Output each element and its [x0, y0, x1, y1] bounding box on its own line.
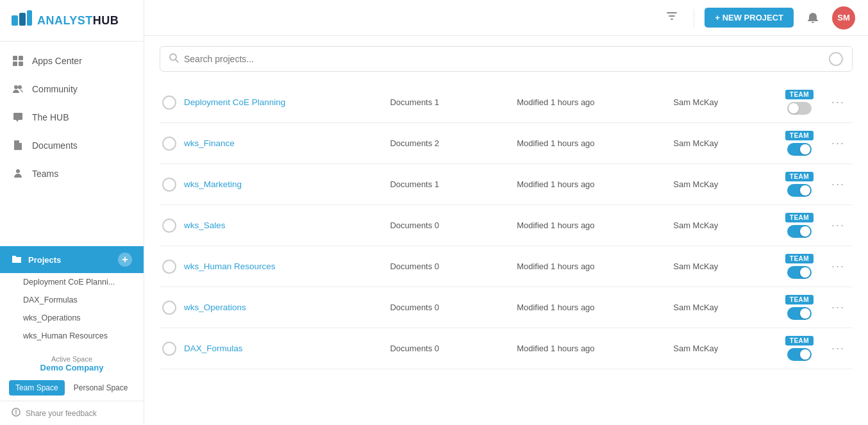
search-input[interactable]	[184, 54, 829, 64]
project-badge-toggle-5: TEAM	[780, 295, 819, 320]
project-name-6[interactable]: DAX_Formulas	[184, 344, 382, 353]
space-tabs: Team Space Personal Space	[0, 375, 144, 401]
project-docs-0: Documents 1	[390, 97, 509, 107]
project-modified-1: Modified 1 hours ago	[517, 138, 665, 148]
row-checkbox-6[interactable]	[162, 342, 176, 356]
sidebar-item-the-hub[interactable]: The HUB	[0, 103, 144, 131]
projects-section: Projects + Deployment CoE Planni... DAX_…	[0, 244, 144, 347]
search-bar	[160, 46, 853, 72]
project-badge-toggle-0: TEAM	[780, 90, 819, 115]
sub-project-2[interactable]: wks_Operations	[0, 309, 144, 327]
svg-point-7	[14, 85, 18, 89]
project-toggle-3[interactable]	[787, 225, 812, 238]
row-checkbox-1[interactable]	[162, 137, 176, 151]
sidebar-item-community[interactable]: Community	[0, 75, 144, 103]
project-more-1[interactable]: ···	[826, 134, 850, 153]
table-row: wks_Operations Documents 0 Modified 1 ho…	[160, 287, 853, 328]
project-owner-6: Sam McKay	[673, 344, 772, 353]
project-name-0[interactable]: Deployment CoE Planning	[184, 97, 382, 107]
project-toggle-0[interactable]	[787, 102, 812, 115]
svg-rect-5	[13, 62, 17, 66]
row-checkbox-3[interactable]	[162, 219, 176, 233]
project-docs-3: Documents 0	[390, 221, 509, 230]
project-more-0[interactable]: ···	[826, 93, 850, 112]
feedback-link[interactable]: Share your feedback	[0, 401, 144, 425]
svg-rect-6	[19, 62, 23, 66]
topbar-icons: + NEW PROJECT SM	[665, 6, 855, 29]
table-row: DAX_Formulas Documents 0 Modified 1 hour…	[160, 328, 853, 369]
table-row: wks_Sales Documents 0 Modified 1 hours a…	[160, 205, 853, 246]
divider	[694, 9, 694, 27]
table-row: Deployment CoE Planning Documents 1 Modi…	[160, 82, 853, 123]
table-row: wks_Marketing Documents 1 Modified 1 hou…	[160, 164, 853, 205]
project-owner-5: Sam McKay	[673, 303, 772, 312]
project-toggle-4[interactable]	[787, 266, 812, 279]
add-project-button[interactable]: +	[118, 253, 132, 267]
search-checkbox[interactable]	[829, 52, 843, 66]
project-more-4[interactable]: ···	[826, 257, 850, 276]
project-name-2[interactable]: wks_Marketing	[184, 179, 382, 189]
personal-space-tab[interactable]: Personal Space	[67, 380, 135, 396]
team-icon	[12, 167, 24, 180]
the-hub-label: The HUB	[32, 112, 69, 122]
svg-rect-2	[27, 10, 32, 26]
community-label: Community	[32, 84, 78, 94]
logo-area: ANALYSTHUB	[0, 0, 144, 42]
project-docs-6: Documents 0	[390, 344, 509, 353]
team-badge-0: TEAM	[785, 90, 814, 99]
project-toggle-5[interactable]	[787, 307, 812, 320]
logo-icon	[12, 10, 32, 31]
project-name-1[interactable]: wks_Finance	[184, 138, 382, 148]
svg-point-8	[18, 85, 22, 89]
company-name[interactable]: Demo Company	[12, 363, 132, 372]
file-icon	[12, 139, 24, 152]
table-row: wks_Finance Documents 2 Modified 1 hours…	[160, 123, 853, 164]
sidebar-item-teams[interactable]: Teams	[0, 160, 144, 188]
project-docs-4: Documents 0	[390, 262, 509, 271]
bell-icon[interactable]	[804, 9, 822, 27]
sidebar-item-apps-center[interactable]: Apps Center	[0, 47, 144, 75]
chat-icon	[12, 111, 24, 124]
sidebar: ANALYSTHUB Apps Center Community The HUB	[0, 0, 144, 425]
team-badge-3: TEAM	[785, 213, 814, 222]
project-toggle-6[interactable]	[787, 348, 812, 361]
team-badge-4: TEAM	[785, 254, 814, 263]
svg-line-12	[176, 60, 178, 62]
user-avatar[interactable]: SM	[832, 6, 855, 29]
row-checkbox-4[interactable]	[162, 260, 176, 274]
project-badge-toggle-2: TEAM	[780, 172, 819, 197]
row-checkbox-5[interactable]	[162, 301, 176, 315]
sub-project-1[interactable]: DAX_Formulas	[0, 291, 144, 309]
filter-icon[interactable]	[665, 10, 678, 26]
row-checkbox-0[interactable]	[162, 96, 176, 110]
row-checkbox-2[interactable]	[162, 178, 176, 192]
project-owner-2: Sam McKay	[673, 179, 772, 189]
projects-table: Deployment CoE Planning Documents 1 Modi…	[160, 82, 853, 369]
project-more-2[interactable]: ···	[826, 175, 850, 194]
new-project-button[interactable]: + NEW PROJECT	[705, 8, 794, 28]
project-toggle-1[interactable]	[787, 143, 812, 156]
teams-label: Teams	[32, 169, 58, 179]
sidebar-item-documents[interactable]: Documents	[0, 131, 144, 160]
sub-project-3[interactable]: wks_Human Resources	[0, 327, 144, 345]
project-name-3[interactable]: wks_Sales	[184, 221, 382, 230]
team-space-tab[interactable]: Team Space	[9, 380, 65, 396]
projects-header[interactable]: Projects +	[0, 246, 144, 273]
project-docs-2: Documents 1	[390, 179, 509, 189]
project-name-5[interactable]: wks_Operations	[184, 303, 382, 312]
team-badge-2: TEAM	[785, 172, 814, 181]
grid-icon	[12, 54, 24, 67]
project-toggle-2[interactable]	[787, 184, 812, 197]
project-more-5[interactable]: ···	[826, 298, 850, 317]
project-more-3[interactable]: ···	[826, 216, 850, 235]
svg-rect-3	[13, 56, 17, 60]
project-more-6[interactable]: ···	[826, 339, 850, 358]
documents-label: Documents	[32, 140, 78, 151]
project-modified-6: Modified 1 hours ago	[517, 344, 665, 353]
topbar: + NEW PROJECT SM	[144, 0, 868, 36]
users-icon	[12, 83, 24, 96]
project-badge-toggle-3: TEAM	[780, 213, 819, 238]
sub-project-0[interactable]: Deployment CoE Planni...	[0, 273, 144, 291]
project-docs-1: Documents 2	[390, 138, 509, 148]
project-name-4[interactable]: wks_Human Resources	[184, 262, 382, 271]
